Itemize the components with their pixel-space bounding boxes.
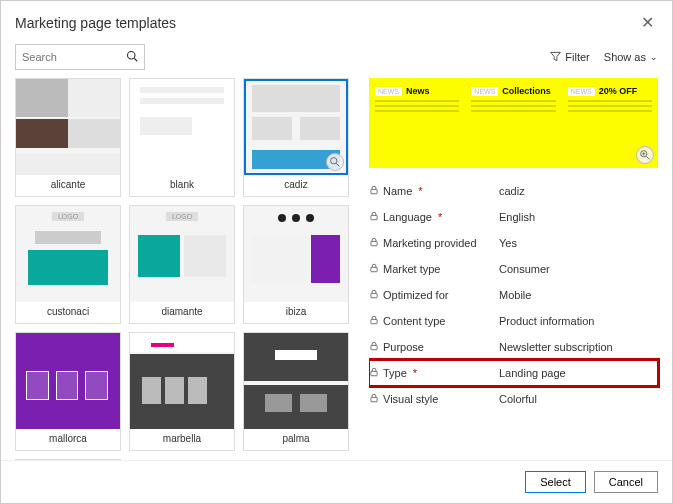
lock-icon [369, 315, 379, 327]
property-value: Consumer [499, 263, 658, 275]
template-card[interactable]: LOGOcustonaci [15, 205, 121, 324]
close-icon[interactable]: ✕ [637, 9, 658, 36]
template-preview: NEWSNewsNEWSCollectionsNEWS20% OFF [369, 78, 658, 168]
template-thumbnail [244, 206, 348, 302]
property-label: Language* [369, 211, 499, 223]
chevron-down-icon: ⌄ [650, 52, 658, 62]
filter-label: Filter [565, 51, 589, 63]
template-thumbnail: LOGO [130, 206, 234, 302]
cancel-button[interactable]: Cancel [594, 471, 658, 493]
svg-rect-16 [371, 397, 377, 401]
property-row: Name*cadiz [369, 178, 658, 204]
property-label: Type* [369, 367, 499, 379]
lock-icon [369, 237, 379, 249]
svg-rect-10 [371, 241, 377, 245]
property-label: Market type [369, 263, 499, 275]
property-value: Yes [499, 237, 658, 249]
template-caption: mallorca [49, 429, 87, 450]
zoom-icon[interactable] [636, 146, 654, 164]
property-label: Optimized for [369, 289, 499, 301]
template-thumbnail [244, 333, 348, 429]
property-row: Market typeConsumer [369, 256, 658, 282]
preview-col-title: News [406, 86, 430, 96]
template-card[interactable] [15, 459, 121, 460]
search-input[interactable] [22, 51, 126, 63]
search-icon[interactable] [126, 50, 138, 65]
template-card[interactable]: blank [129, 78, 235, 197]
select-button[interactable]: Select [525, 471, 586, 493]
template-card[interactable]: mallorca [15, 332, 121, 451]
template-card[interactable]: marbella [129, 332, 235, 451]
template-thumbnail [130, 79, 234, 175]
show-as-button[interactable]: Show as ⌄ [604, 51, 658, 63]
lock-icon [369, 211, 379, 223]
property-label: Name* [369, 185, 499, 197]
property-label: Visual style [369, 393, 499, 405]
template-thumbnail [244, 79, 348, 175]
required-indicator: * [413, 367, 417, 379]
dialog-body: alicanteblankcadizLOGOcustonaciLOGOdiama… [1, 78, 672, 460]
search-box[interactable] [15, 44, 145, 70]
template-caption: marbella [163, 429, 201, 450]
template-gallery[interactable]: alicanteblankcadizLOGOcustonaciLOGOdiama… [15, 78, 363, 460]
dialog-footer: Select Cancel [1, 460, 672, 503]
preview-column: NEWSCollections [467, 82, 559, 164]
template-card[interactable]: palma [243, 332, 349, 451]
svg-point-2 [331, 158, 337, 164]
preview-column: NEWSNews [371, 82, 463, 164]
template-caption: cadiz [284, 175, 307, 196]
property-row: PurposeNewsletter subscription [369, 334, 658, 360]
properties-list[interactable]: Name*cadizLanguage*EnglishMarketing prov… [369, 178, 666, 460]
svg-rect-13 [371, 319, 377, 323]
template-caption: blank [170, 175, 194, 196]
required-indicator: * [438, 211, 442, 223]
dialog-title: Marketing page templates [15, 15, 176, 31]
property-value: cadiz [499, 185, 658, 197]
template-thumbnail [16, 79, 120, 175]
lock-icon [369, 263, 379, 275]
required-indicator: * [418, 185, 422, 197]
template-thumbnail [16, 333, 120, 429]
svg-line-5 [646, 156, 649, 159]
template-card[interactable]: cadiz [243, 78, 349, 197]
template-caption: palma [282, 429, 309, 450]
svg-line-3 [336, 163, 339, 166]
toolbar-right: Filter Show as ⌄ [550, 51, 658, 64]
svg-rect-8 [371, 189, 377, 193]
dialog-header: Marketing page templates ✕ [1, 1, 672, 36]
svg-rect-15 [371, 371, 377, 375]
property-row: Language*English [369, 204, 658, 230]
property-value: English [499, 211, 658, 223]
svg-rect-14 [371, 345, 377, 349]
template-thumbnail: LOGO [16, 206, 120, 302]
preview-badge: NEWS [375, 87, 402, 96]
property-value: Product information [499, 315, 658, 327]
filter-button[interactable]: Filter [550, 51, 589, 64]
template-thumbnail [130, 333, 234, 429]
property-label: Content type [369, 315, 499, 327]
template-picker-dialog: Marketing page templates ✕ Filter Show a… [1, 1, 672, 503]
preview-col-title: 20% OFF [599, 86, 638, 96]
template-card[interactable]: LOGOdiamante [129, 205, 235, 324]
template-caption: ibiza [286, 302, 307, 323]
property-label: Purpose [369, 341, 499, 353]
template-caption: diamante [161, 302, 202, 323]
property-row: Visual styleColorful [369, 386, 658, 412]
template-card[interactable]: alicante [15, 78, 121, 197]
svg-rect-11 [371, 267, 377, 271]
preview-badge: NEWS [471, 87, 498, 96]
template-caption: custonaci [47, 302, 89, 323]
property-value: Mobile [499, 289, 658, 301]
template-card[interactable]: ibiza [243, 205, 349, 324]
svg-rect-9 [371, 215, 377, 219]
show-as-label: Show as [604, 51, 646, 63]
svg-rect-12 [371, 293, 377, 297]
property-row: Optimized forMobile [369, 282, 658, 308]
lock-icon [369, 289, 379, 301]
toolbar: Filter Show as ⌄ [1, 36, 672, 78]
property-row: Marketing providedYes [369, 230, 658, 256]
svg-point-0 [128, 51, 136, 59]
filter-icon [550, 51, 561, 64]
property-label: Marketing provided [369, 237, 499, 249]
svg-line-1 [134, 58, 137, 61]
